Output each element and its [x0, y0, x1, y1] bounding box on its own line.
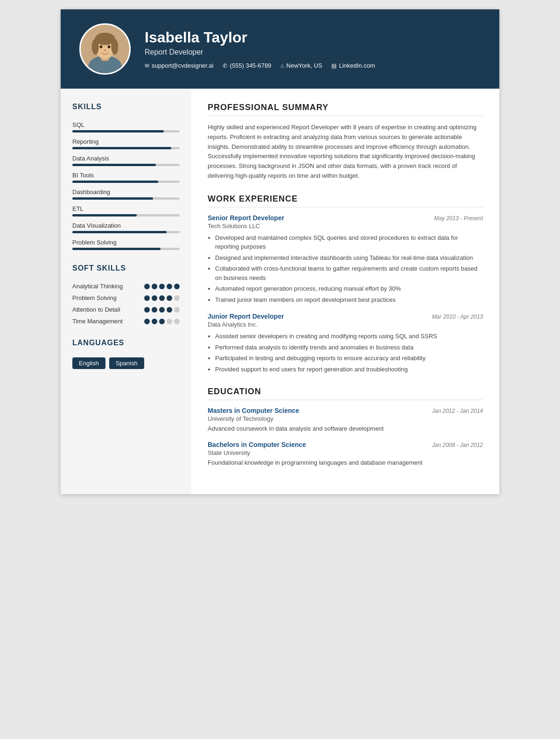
bullet: Participated in testing and debugging re… — [215, 354, 483, 363]
language-tag: English — [72, 357, 105, 369]
skill-item: SQL — [72, 121, 180, 132]
skill-name: Problem Solving — [72, 239, 180, 246]
bullet: Performed data analysis to identify tren… — [215, 343, 483, 352]
dot — [174, 307, 180, 313]
job-item: Senior Report Developer May 2013 - Prese… — [208, 214, 483, 305]
skill-bar-fill — [72, 181, 158, 183]
header-section: Isabella Taylor Report Developer ✉ suppo… — [61, 9, 499, 89]
job-item: Junior Report Developer Mar 2010 - Apr 2… — [208, 313, 483, 374]
bullet: Collaborated with cross-functional teams… — [215, 264, 483, 282]
soft-skill-item: Time Management — [72, 318, 180, 325]
work-heading: WORK EXPERIENCE — [208, 194, 483, 208]
edu-degree: Bachelors in Computer Science — [208, 441, 306, 448]
svg-point-7 — [100, 45, 103, 49]
email-text: support@cvdesigner.ai — [152, 62, 213, 69]
bullet: Automated report generation process, red… — [215, 284, 483, 293]
full-name: Isabella Taylor — [145, 29, 375, 46]
languages-section: LANGUAGES EnglishSpanish — [72, 339, 180, 369]
location-text: NewYork, US — [287, 62, 322, 69]
dot — [159, 284, 165, 289]
avatar — [79, 23, 131, 75]
edu-item: Masters in Computer Science Jan 2012 - J… — [208, 407, 483, 433]
soft-skill-item: Problem Solving — [72, 294, 180, 301]
soft-skill-name: Analytical Thinking — [72, 283, 124, 290]
contact-list: ✉ support@cvdesigner.ai ✆ (555) 345-6789… — [145, 62, 375, 69]
job-header: Senior Report Developer May 2013 - Prese… — [208, 214, 483, 222]
bullet: Assisted senior developers in creating a… — [215, 332, 483, 341]
dot — [152, 307, 157, 313]
dot — [159, 319, 165, 324]
language-tags: EnglishSpanish — [72, 357, 180, 369]
edu-desc: Advanced coursework in data analysis and… — [208, 424, 483, 433]
summary-heading: PROFESSIONAL SUMMARY — [208, 103, 483, 116]
skill-bar-bg — [72, 147, 180, 149]
skill-item: Problem Solving — [72, 239, 180, 250]
dots — [144, 319, 180, 324]
job-company: Data Analytics Inc. — [208, 321, 483, 328]
job-header: Junior Report Developer Mar 2010 - Apr 2… — [208, 313, 483, 320]
job-bullets: Developed and maintained complex SQL que… — [208, 233, 483, 305]
work-section: WORK EXPERIENCE Senior Report Developer … — [208, 194, 483, 374]
dot — [159, 295, 165, 301]
job-company: Tech Solutions LLC — [208, 223, 483, 230]
skill-bar-bg — [72, 164, 180, 166]
skill-bar-fill — [72, 214, 137, 216]
skill-item: Dashboarding — [72, 188, 180, 200]
skills-heading: SKILLS — [72, 103, 180, 113]
edu-date: Jan 2012 - Jan 2014 — [432, 408, 483, 414]
skill-bar-bg — [72, 197, 180, 200]
summary-text: Highly skilled and experienced Report De… — [208, 123, 483, 181]
education-section: EDUCATION Masters in Computer Science Ja… — [208, 387, 483, 467]
soft-skill-item: Attention to Detail — [72, 306, 180, 313]
dot — [152, 319, 157, 324]
language-tag: Spanish — [109, 357, 144, 369]
soft-skill-name: Problem Solving — [72, 294, 124, 301]
skill-item: Reporting — [72, 138, 180, 149]
skill-item: ETL — [72, 205, 180, 216]
contact-phone: ✆ (555) 345-6789 — [223, 62, 271, 69]
sidebar: SKILLS SQL Reporting Data Analysis BI To… — [61, 89, 191, 494]
contact-location: ⌂ NewYork, US — [280, 62, 322, 69]
soft-skills-heading: SOFT SKILLS — [72, 264, 180, 274]
skills-list: SQL Reporting Data Analysis BI Tools Das… — [72, 121, 180, 250]
dot — [167, 307, 172, 313]
dot — [174, 284, 180, 289]
bullet: Provided support to end users for report… — [215, 365, 483, 374]
skill-bar-bg — [72, 248, 180, 250]
skill-bar-bg — [72, 130, 180, 132]
dot — [144, 307, 150, 313]
job-date: May 2013 - Present — [434, 215, 483, 222]
dot — [144, 319, 150, 324]
edu-school: State University — [208, 449, 483, 456]
soft-skills-section: SOFT SKILLS Analytical ThinkingProblem S… — [72, 264, 180, 325]
skill-name: BI Tools — [72, 172, 180, 179]
svg-point-8 — [108, 45, 111, 49]
skill-bar-fill — [72, 231, 167, 233]
skill-bar-bg — [72, 231, 180, 233]
linkedin-icon: ▤ — [331, 63, 336, 69]
skill-item: Data Analysis — [72, 155, 180, 166]
dot — [152, 284, 157, 289]
skill-name: Data Analysis — [72, 155, 180, 162]
skill-bar-fill — [72, 197, 153, 200]
location-icon: ⌂ — [280, 63, 284, 69]
header-info: Isabella Taylor Report Developer ✉ suppo… — [145, 29, 375, 69]
dot — [144, 284, 150, 289]
skills-section: SKILLS SQL Reporting Data Analysis BI To… — [72, 103, 180, 250]
languages-heading: LANGUAGES — [72, 339, 180, 349]
education-heading: EDUCATION — [208, 387, 483, 400]
dot — [167, 319, 172, 324]
dots — [144, 307, 180, 313]
summary-section: PROFESSIONAL SUMMARY Highly skilled and … — [208, 103, 483, 181]
contact-linkedin: ▤ LinkedIn.com — [331, 62, 375, 69]
skill-bar-fill — [72, 130, 164, 132]
dot — [174, 319, 180, 324]
email-icon: ✉ — [145, 63, 149, 69]
dot — [159, 307, 165, 313]
svg-point-5 — [92, 39, 99, 55]
soft-skill-item: Analytical Thinking — [72, 283, 180, 290]
bullet: Trained junior team members on report de… — [215, 295, 483, 305]
resume-container: Isabella Taylor Report Developer ✉ suppo… — [61, 9, 499, 494]
bullet: Designed and implemented interactive das… — [215, 253, 483, 263]
dot — [167, 284, 172, 289]
